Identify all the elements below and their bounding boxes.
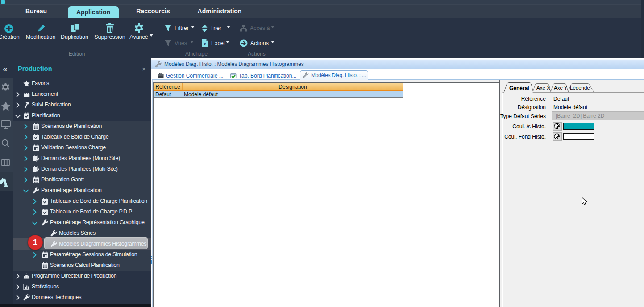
svg-text:Général: Général (509, 85, 529, 91)
svg-text:x: x (204, 41, 206, 46)
svg-text:Axe Y: Axe Y (554, 85, 568, 90)
svg-text:Légende: Légende (570, 85, 590, 90)
svg-text:Axe X: Axe X (536, 85, 550, 90)
